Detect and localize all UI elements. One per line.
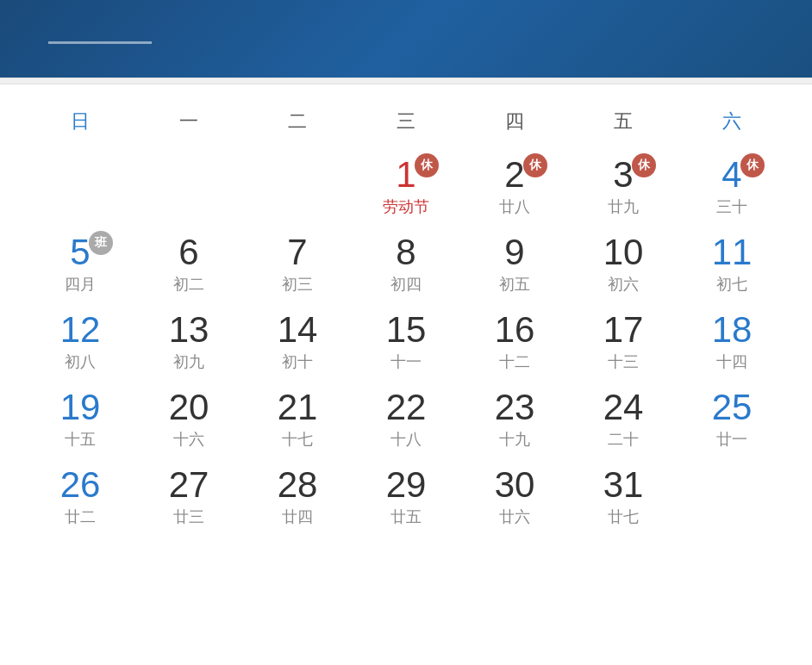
day-number: 27 xyxy=(169,467,209,503)
day-number-row: 4休 xyxy=(681,157,783,193)
day-lunar: 初五 xyxy=(499,274,530,295)
day-cell[interactable] xyxy=(243,150,352,227)
day-badge: 休 xyxy=(415,153,439,177)
day-cell[interactable]: 9初五 xyxy=(460,227,569,305)
day-cell[interactable]: 21十七 xyxy=(243,382,352,460)
day-number-row: 13 xyxy=(138,312,240,348)
day-cell[interactable]: 28廿四 xyxy=(243,460,352,538)
day-cell[interactable]: 19十五 xyxy=(26,382,134,460)
day-lunar: 初七 xyxy=(716,274,747,295)
day-number-row: 29 xyxy=(355,467,457,503)
day-number: 3 xyxy=(613,157,633,193)
day-number: 11 xyxy=(712,234,753,270)
calendar-header xyxy=(0,0,812,78)
weekday-1: 一 xyxy=(134,102,243,141)
day-number-row: 17 xyxy=(572,312,674,348)
day-lunar: 初三 xyxy=(282,274,313,295)
day-number-row: 6 xyxy=(138,234,240,270)
day-cell[interactable]: 27廿三 xyxy=(134,460,243,538)
day-number: 24 xyxy=(603,389,644,426)
day-lunar: 十一 xyxy=(390,351,422,372)
calendar-body: 日一二三四五六 1休劳动节2休廿八3休廿九4休三十5班四月6初二7初三8初四9初… xyxy=(0,84,812,546)
day-number: 13 xyxy=(169,312,209,348)
day-lunar: 劳动节 xyxy=(383,196,429,217)
day-number-row: 27 xyxy=(138,467,240,503)
day-cell[interactable]: 29廿五 xyxy=(352,460,460,538)
day-number: 23 xyxy=(495,389,535,426)
day-number-row: 5班 xyxy=(29,234,131,270)
day-number-row: 28 xyxy=(247,467,348,503)
day-lunar: 初八 xyxy=(65,351,96,372)
day-cell[interactable]: 13初九 xyxy=(134,305,243,382)
day-cell[interactable] xyxy=(678,460,786,538)
day-cell[interactable]: 24二十 xyxy=(569,382,678,460)
day-number-row: 12 xyxy=(29,312,131,348)
day-number: 1 xyxy=(396,157,415,193)
day-number-row: 26 xyxy=(29,467,131,503)
day-cell[interactable]: 3休廿九 xyxy=(569,150,678,227)
day-number-row: 21 xyxy=(247,389,348,426)
day-cell[interactable]: 25廿一 xyxy=(678,382,786,460)
day-lunar: 廿三 xyxy=(173,507,204,527)
day-cell[interactable]: 8初四 xyxy=(352,227,460,305)
day-lunar: 廿七 xyxy=(608,507,639,527)
day-number: 30 xyxy=(495,467,535,503)
day-cell[interactable]: 20十六 xyxy=(134,382,243,460)
header-divider xyxy=(48,41,152,44)
day-cell[interactable] xyxy=(26,150,134,227)
weekday-4: 四 xyxy=(460,102,569,141)
day-number: 17 xyxy=(603,312,644,348)
day-number: 31 xyxy=(603,467,644,503)
day-cell[interactable]: 7初三 xyxy=(243,227,352,305)
day-badge: 休 xyxy=(740,153,765,177)
day-number: 8 xyxy=(396,234,415,270)
day-lunar: 廿一 xyxy=(716,429,747,450)
day-cell[interactable]: 11初七 xyxy=(678,227,786,305)
day-cell[interactable] xyxy=(134,150,243,227)
day-cell[interactable]: 17十三 xyxy=(569,305,678,382)
day-cell[interactable]: 6初二 xyxy=(134,227,243,305)
day-lunar: 廿四 xyxy=(282,507,313,527)
day-cell[interactable]: 2休廿八 xyxy=(460,150,569,227)
day-cell[interactable]: 23十九 xyxy=(460,382,569,460)
day-lunar: 十九 xyxy=(499,429,530,450)
day-number-row: 18 xyxy=(681,312,783,348)
day-lunar: 初九 xyxy=(173,351,204,372)
weekday-5: 五 xyxy=(569,102,678,141)
day-lunar: 十三 xyxy=(608,351,639,372)
day-lunar: 十八 xyxy=(390,429,422,450)
day-number-row: 22 xyxy=(355,389,457,426)
day-cell[interactable]: 30廿六 xyxy=(460,460,569,538)
day-number: 12 xyxy=(60,312,101,348)
day-cell[interactable]: 1休劳动节 xyxy=(352,150,460,227)
day-cell[interactable]: 10初六 xyxy=(569,227,678,305)
day-lunar: 廿九 xyxy=(608,196,639,217)
day-number-row: 8 xyxy=(355,234,457,270)
day-number: 28 xyxy=(278,467,318,503)
day-cell[interactable]: 26廿二 xyxy=(26,460,134,538)
day-number: 22 xyxy=(386,389,427,426)
day-cell[interactable]: 18十四 xyxy=(678,305,786,382)
day-number: 5 xyxy=(70,234,90,270)
day-number-row: 7 xyxy=(247,234,348,270)
day-cell[interactable]: 12初八 xyxy=(26,305,134,382)
day-number-row: 15 xyxy=(355,312,457,348)
day-cell[interactable]: 16十二 xyxy=(460,305,569,382)
day-cell[interactable]: 22十八 xyxy=(352,382,460,460)
day-number: 18 xyxy=(712,312,753,348)
day-cell[interactable]: 31廿七 xyxy=(569,460,678,538)
day-number-row: 30 xyxy=(464,467,565,503)
day-cell[interactable]: 4休三十 xyxy=(678,150,786,227)
day-number-row: 2休 xyxy=(464,157,565,193)
day-number: 19 xyxy=(60,389,101,426)
day-number: 21 xyxy=(278,389,318,426)
day-cell[interactable]: 15十一 xyxy=(352,305,460,382)
day-cell[interactable]: 5班四月 xyxy=(26,227,134,305)
day-lunar: 廿五 xyxy=(390,507,422,527)
calendar-container: 日一二三四五六 1休劳动节2休廿八3休廿九4休三十5班四月6初二7初三8初四9初… xyxy=(0,0,812,546)
day-lunar: 四月 xyxy=(65,274,96,295)
day-cell[interactable]: 14初十 xyxy=(243,305,352,382)
day-number: 26 xyxy=(60,467,101,503)
day-number: 20 xyxy=(169,389,209,426)
day-lunar: 十五 xyxy=(65,429,96,450)
